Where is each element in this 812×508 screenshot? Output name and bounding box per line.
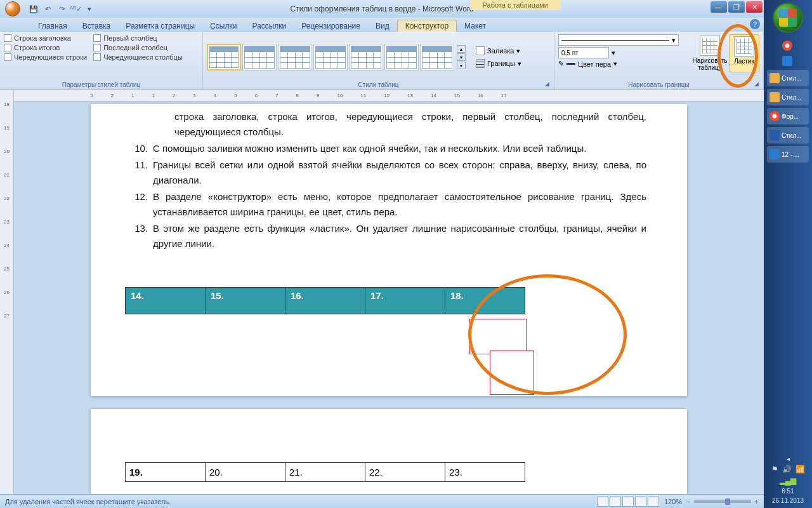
status-message: Для удаления частей ячеек перетащите ука… xyxy=(5,498,171,505)
pen-icon: ✎ xyxy=(558,60,564,68)
table-cell: 19. xyxy=(126,463,206,482)
opt-banded-rows[interactable]: Чередующиеся строки xyxy=(4,53,87,61)
group-table-styles: ▴ ▾ ▾ Заливка ▾ Границы ▾ Стили таблиц ◢ xyxy=(203,32,554,90)
table-cell: 23. xyxy=(445,463,525,482)
document-table-2[interactable]: 19. 20. 21. 22. 23. xyxy=(125,462,525,482)
vertical-ruler[interactable]: 18192021222324252627 xyxy=(0,90,14,494)
spellcheck-icon[interactable]: ᴬᴮ✓ xyxy=(70,3,81,15)
group-style-options: Строка заголовка Строка итогов Чередующи… xyxy=(0,32,203,90)
zoom-slider[interactable] xyxy=(694,500,751,503)
minimize-button[interactable]: — xyxy=(710,1,727,13)
tray-signal-icon[interactable]: ▂▄▆ xyxy=(780,476,797,485)
eraser-button[interactable]: Ластик xyxy=(729,34,759,72)
borders-button[interactable]: Границы ▾ xyxy=(473,58,524,69)
redo-icon[interactable]: ↷ xyxy=(56,3,67,15)
draw-table-button[interactable]: Нарисовать таблицу xyxy=(695,34,725,72)
opt-total-row[interactable]: Строка итогов xyxy=(4,44,87,51)
table-style-item[interactable] xyxy=(207,44,241,70)
page[interactable]: 19. 20. 21. 22. 23. xyxy=(91,409,687,494)
dialog-launcher-icon[interactable]: ◢ xyxy=(754,81,762,88)
view-web-icon[interactable] xyxy=(622,497,634,507)
table-style-item[interactable] xyxy=(278,44,312,70)
table-cell: 20. xyxy=(206,463,285,482)
close-button[interactable]: ✕ xyxy=(746,1,763,13)
table-style-gallery: ▴ ▾ ▾ xyxy=(207,44,466,70)
table-style-item[interactable] xyxy=(420,44,454,70)
opt-header-row[interactable]: Строка заголовка xyxy=(4,34,87,42)
tab-home[interactable]: Главная xyxy=(30,20,75,32)
line-style-dropdown[interactable]: ▾ xyxy=(558,34,679,46)
tab-page-layout[interactable]: Разметка страницы xyxy=(118,20,202,32)
page[interactable]: строка заголовка, строка итогов, чередую… xyxy=(91,104,687,396)
zoom-in-icon[interactable]: + xyxy=(755,498,759,505)
document-table-1[interactable]: 14. 15. 16. 17. 18. xyxy=(125,287,525,314)
table-cell: 16. xyxy=(285,288,365,314)
ribbon-tabs: Главная Вставка Разметка страницы Ссылки… xyxy=(0,18,764,32)
tab-design[interactable]: Конструктор xyxy=(397,20,457,32)
taskbar-pinned[interactable] xyxy=(782,39,794,52)
taskbar-item[interactable]: Фор... xyxy=(767,108,809,124)
taskbar-item[interactable]: 12 - ... xyxy=(767,146,809,163)
gallery-more-icon[interactable]: ▾ xyxy=(457,62,466,69)
opt-first-col[interactable]: Первый столбец xyxy=(93,34,183,42)
table-style-item[interactable] xyxy=(349,44,383,70)
view-outline-icon[interactable] xyxy=(635,497,646,507)
opt-banded-cols[interactable]: Чередующиеся столбцы xyxy=(93,53,183,61)
group-label: Нарисовать границы xyxy=(558,81,759,88)
folder-icon xyxy=(769,73,780,83)
zoom-level[interactable]: 120% xyxy=(664,498,682,505)
taskbar-item[interactable]: Стил... xyxy=(767,70,809,86)
view-draft-icon[interactable] xyxy=(648,497,659,507)
tab-mailings[interactable]: Рассылки xyxy=(244,20,294,32)
taskbar-item[interactable]: Стил... xyxy=(767,89,809,105)
view-print-icon[interactable] xyxy=(597,497,608,507)
clock-date[interactable]: 26.11.2013 xyxy=(772,497,804,504)
gallery-up-icon[interactable]: ▴ xyxy=(457,45,466,53)
clock-time[interactable]: 6:51 xyxy=(782,488,794,495)
dialog-launcher-icon[interactable]: ◢ xyxy=(545,81,553,88)
taskbar-pinned[interactable] xyxy=(782,55,794,67)
document-body[interactable]: строка заголовка, строка итогов, чередую… xyxy=(131,109,646,251)
tab-view[interactable]: Вид xyxy=(368,20,397,32)
borders-icon xyxy=(476,59,485,68)
horizontal-ruler[interactable]: 3211234567891011121314151617 xyxy=(14,90,764,102)
tab-insert[interactable]: Вставка xyxy=(75,20,119,32)
tab-table-layout[interactable]: Макет xyxy=(457,20,494,32)
word-window: 💾 ↶ ↷ ᴬᴮ✓ ▾ Стили оформления таблиц в во… xyxy=(0,0,764,508)
start-button[interactable] xyxy=(773,3,803,33)
save-icon[interactable]: 💾 xyxy=(28,3,39,15)
word-icon xyxy=(769,130,780,140)
document-scroll[interactable]: 3211234567891011121314151617 строка заго… xyxy=(14,90,764,494)
table-style-item[interactable] xyxy=(242,44,277,70)
tray-network-icon[interactable]: 📶 xyxy=(796,465,805,474)
office-button[interactable] xyxy=(0,0,25,18)
tab-references[interactable]: Ссылки xyxy=(202,20,244,32)
tray-arrow-icon[interactable]: ◂ xyxy=(787,455,790,462)
qat-more-icon[interactable]: ▾ xyxy=(84,3,95,15)
tray-flag-icon[interactable]: ⚑ xyxy=(771,465,778,474)
taskbar-item[interactable]: Стил... xyxy=(767,127,809,144)
view-reading-icon[interactable] xyxy=(610,497,621,507)
table-cell: 15. xyxy=(206,288,285,314)
maximize-button[interactable]: ❐ xyxy=(728,1,745,13)
line-width-dropdown[interactable] xyxy=(558,47,609,58)
eraser-icon xyxy=(734,36,754,57)
gallery-down-icon[interactable]: ▾ xyxy=(457,53,466,61)
undo-icon[interactable]: ↶ xyxy=(42,3,53,15)
shading-button[interactable]: Заливка ▾ xyxy=(473,45,524,57)
tab-review[interactable]: Рецензирование xyxy=(294,20,368,32)
opt-last-col[interactable]: Последний столбец xyxy=(93,44,183,51)
help-button[interactable]: ? xyxy=(750,19,760,29)
table-cell: 21. xyxy=(285,463,365,482)
pen-color-button[interactable]: ✎Цвет пера ▾ xyxy=(558,60,692,68)
zoom-out-icon[interactable]: − xyxy=(686,498,690,505)
table-style-item[interactable] xyxy=(313,44,348,70)
eraser-selection-2 xyxy=(490,351,534,395)
statusbar: Для удаления частей ячеек перетащите ука… xyxy=(0,494,764,508)
table-style-item[interactable] xyxy=(384,44,419,70)
group-draw-borders: ▾ ▾ ✎Цвет пера ▾ Нарисовать таблицу Ласт… xyxy=(554,32,764,90)
windows-taskbar: Стил... Стил... Фор... Стил... 12 - ... … xyxy=(764,0,812,508)
tray-volume-icon[interactable]: 🔊 xyxy=(782,465,792,474)
window-title: Стили оформления таблиц в ворде - Micros… xyxy=(291,4,474,13)
table-cell: 14. xyxy=(126,288,206,314)
